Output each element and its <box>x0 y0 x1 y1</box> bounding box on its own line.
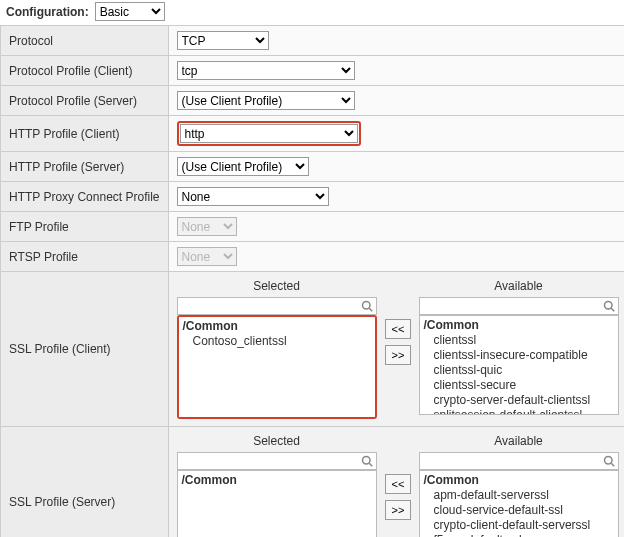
http-profile-client-select[interactable]: http <box>180 124 358 143</box>
svg-line-3 <box>611 308 614 311</box>
list-item[interactable]: clientssl <box>434 333 614 347</box>
protocol-profile-server-label: Protocol Profile (Server) <box>1 86 169 116</box>
search-icon <box>361 455 373 467</box>
list-group: /Common <box>424 473 614 487</box>
move-left-button[interactable]: << <box>385 319 411 339</box>
list-item[interactable]: f5aas-default-ssl <box>434 533 614 537</box>
selected-header: Selected <box>253 434 300 448</box>
list-item[interactable]: clientssl-insecure-compatible <box>434 348 614 362</box>
rtsp-profile-select: None <box>177 247 237 266</box>
http-profile-client-label: HTTP Profile (Client) <box>1 116 169 152</box>
svg-point-6 <box>604 457 612 465</box>
svg-line-7 <box>611 463 614 466</box>
svg-point-4 <box>362 457 370 465</box>
configuration-select[interactable]: Basic <box>95 2 165 21</box>
search-icon <box>603 300 615 312</box>
move-left-button[interactable]: << <box>385 474 411 494</box>
move-right-button[interactable]: >> <box>385 500 411 520</box>
search-icon <box>361 300 373 312</box>
list-item[interactable]: apm-default-serverssl <box>434 488 614 502</box>
svg-point-2 <box>604 302 612 310</box>
http-profile-server-label: HTTP Profile (Server) <box>1 152 169 182</box>
move-right-button[interactable]: >> <box>385 345 411 365</box>
list-item[interactable]: Contoso_clientssl <box>193 334 371 348</box>
list-item[interactable]: cloud-service-default-ssl <box>434 503 614 517</box>
ssl-client-available-search[interactable] <box>419 297 619 315</box>
list-item[interactable]: clientssl-quic <box>434 363 614 377</box>
search-icon <box>603 455 615 467</box>
ssl-client-selected-list[interactable]: /CommonContoso_clientssl <box>179 317 375 417</box>
list-group: /Common <box>183 319 371 333</box>
list-item[interactable]: splitsession-default-clientssl <box>434 408 614 415</box>
protocol-profile-server-select[interactable]: (Use Client Profile) <box>177 91 355 110</box>
protocol-profile-client-label: Protocol Profile (Client) <box>1 56 169 86</box>
list-item[interactable]: crypto-client-default-serverssl <box>434 518 614 532</box>
http-proxy-connect-label: HTTP Proxy Connect Profile <box>1 182 169 212</box>
ftp-profile-label: FTP Profile <box>1 212 169 242</box>
svg-point-0 <box>362 302 370 310</box>
protocol-profile-client-select[interactable]: tcp <box>177 61 355 80</box>
ssl-server-available-search[interactable] <box>419 452 619 470</box>
list-group: /Common <box>424 318 614 332</box>
svg-line-5 <box>369 463 372 466</box>
http-profile-server-select[interactable]: (Use Client Profile) <box>177 157 309 176</box>
ssl-profile-server-label: SSL Profile (Server) <box>1 427 169 538</box>
selected-header: Selected <box>253 279 300 293</box>
ssl-server-selected-search[interactable] <box>177 452 377 470</box>
list-group: /Common <box>182 473 372 487</box>
ssl-server-available-list[interactable]: /Commonapm-default-serversslcloud-servic… <box>419 470 619 537</box>
list-item[interactable]: clientssl-secure <box>434 378 614 392</box>
protocol-label: Protocol <box>1 26 169 56</box>
ftp-profile-select: None <box>177 217 237 236</box>
http-proxy-connect-select[interactable]: None <box>177 187 329 206</box>
ssl-client-available-list[interactable]: /Commonclientsslclientssl-insecure-compa… <box>419 315 619 415</box>
rtsp-profile-label: RTSP Profile <box>1 242 169 272</box>
svg-line-1 <box>369 308 372 311</box>
configuration-label: Configuration: <box>6 5 89 19</box>
ssl-server-selected-list[interactable]: /Common <box>177 470 377 537</box>
ssl-client-selected-search[interactable] <box>177 297 377 315</box>
ssl-profile-client-label: SSL Profile (Client) <box>1 272 169 427</box>
available-header: Available <box>494 279 542 293</box>
protocol-select[interactable]: TCP <box>177 31 269 50</box>
available-header: Available <box>494 434 542 448</box>
list-item[interactable]: crypto-server-default-clientssl <box>434 393 614 407</box>
